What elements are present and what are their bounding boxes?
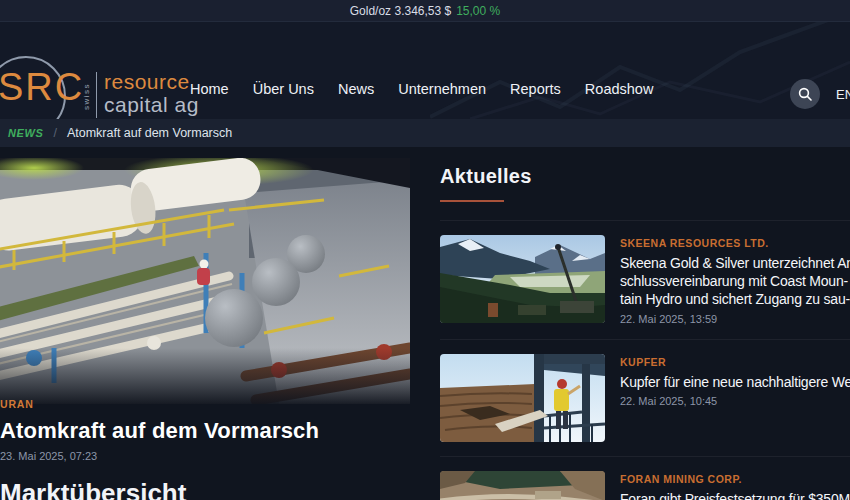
news-item-category: FORAN MINING CORP. <box>620 473 850 485</box>
news-list-item-kupfer[interactable]: KUPFER Kupfer für eine neue nachhaltiger… <box>440 339 850 456</box>
logo-resource-text: resource <box>104 70 190 94</box>
background-chart-line-decoration <box>430 22 850 119</box>
logo-capital-text: capital ag <box>104 93 199 117</box>
nav-item-reports[interactable]: Reports <box>510 81 561 97</box>
gold-price-label: Gold/oz 3.346,53 $ <box>350 4 451 18</box>
language-switcher[interactable]: EN <box>836 87 850 102</box>
article-hero-image <box>0 158 410 404</box>
news-item-date: 22. Mai 2025, 10:45 <box>620 395 850 407</box>
gold-change-value: 15,00 % <box>456 4 500 18</box>
article-date: 23. Mai 2025, 07:23 <box>0 450 97 462</box>
search-icon <box>798 87 812 101</box>
nav-item-roadshow[interactable]: Roadshow <box>585 81 654 97</box>
news-thumbnail-mountain-valley-drill-rig <box>440 235 605 323</box>
aktuelles-heading-underline <box>440 200 504 202</box>
news-item-title: Foran gibt Preisfestsetzung für $350M No… <box>620 490 850 500</box>
news-item-text: KUPFER Kupfer für eine neue nachhaltiger… <box>620 354 850 442</box>
gold-ticker-bar: Gold/oz 3.346,53 $ 15,00 % <box>0 0 850 22</box>
nav-item-unternehmen[interactable]: Unternehmen <box>398 81 486 97</box>
nav-item-home[interactable]: Home <box>190 81 229 97</box>
logo-divider <box>96 72 97 118</box>
news-item-category: KUPFER <box>620 356 850 368</box>
breadcrumb-current-page: Atomkraft auf dem Vormarsch <box>67 126 232 140</box>
news-item-category: SKEENA RESOURCES LTD. <box>620 237 850 249</box>
search-button[interactable] <box>790 79 820 109</box>
site-header: SRC swiss resource capital ag Home Über … <box>0 22 850 119</box>
breadcrumb-section-news[interactable]: NEWS <box>8 127 43 139</box>
article-section-heading: Marktübersicht <box>0 478 186 500</box>
nav-item-news[interactable]: News <box>338 81 374 97</box>
news-item-text: SKEENA RESOURCES LTD. Skeena Gold & Silv… <box>620 235 850 325</box>
main-navigation: Home Über Uns News Unternehmen Reports R… <box>190 81 653 97</box>
news-item-date: 22. Mai 2025, 13:59 <box>620 313 850 325</box>
article-title: Atomkraft auf dem Vormarsch <box>0 418 319 444</box>
breadcrumb: NEWS / Atomkraft auf dem Vormarsch <box>0 119 850 147</box>
news-thumbnail-mine-site-aerial <box>440 471 605 500</box>
news-list-item-skeena[interactable]: SKEENA RESOURCES LTD. Skeena Gold & Silv… <box>440 220 850 339</box>
article-category-tag[interactable]: URAN <box>0 398 34 410</box>
breadcrumb-separator: / <box>53 126 56 140</box>
nav-item-ueber-uns[interactable]: Über Uns <box>253 81 314 97</box>
logo-acronym: SRC <box>0 66 84 109</box>
aktuelles-sidebar: Aktuelles <box>440 165 850 500</box>
news-thumbnail-open-pit-mine-viewpoint <box>440 354 605 442</box>
news-list-item-foran[interactable]: FORAN MINING CORP. Foran gibt Preisfests… <box>440 456 850 500</box>
aktuelles-heading: Aktuelles <box>440 165 850 188</box>
news-item-text: FORAN MINING CORP. Foran gibt Preisfests… <box>620 471 850 500</box>
article-header-block: URAN Atomkraft auf dem Vormarsch 23. Mai… <box>0 158 410 404</box>
logo-swiss-text: swiss <box>82 74 91 118</box>
news-item-title: Skeena Gold & Silver unterzeichnet An- s… <box>620 254 850 309</box>
news-list: SKEENA RESOURCES LTD. Skeena Gold & Silv… <box>440 220 850 500</box>
news-item-title: Kupfer für eine neue nachhaltigere Welt <box>620 373 850 391</box>
